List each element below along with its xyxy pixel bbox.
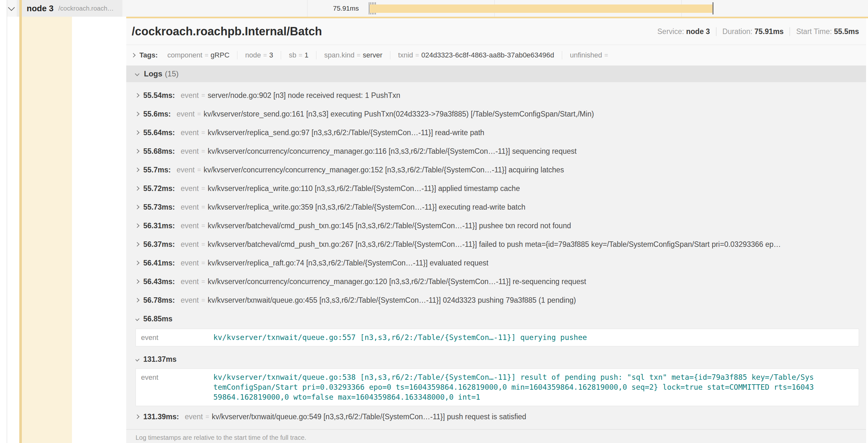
log-timestamp: 56.78ms: — [143, 296, 175, 305]
log-entry-collapsed[interactable]: 55.54ms:event=server/node.go:902 [n3] no… — [135, 86, 859, 105]
log-message: kv/kvserver/replica_send.go:97 [n3,s3,r6… — [208, 128, 484, 137]
log-entry-collapsed[interactable]: 56.43ms:event=kv/kvserver/concurrency/co… — [135, 272, 859, 291]
log-message: kv/kvserver/replica_write.go:110 [n3,s3,… — [208, 184, 520, 193]
log-timestamp: 56.41ms: — [143, 259, 175, 267]
logs-label: Logs — [144, 69, 162, 78]
tag-node: node=3 — [238, 51, 281, 59]
tags-section-toggle[interactable]: Tags: component=gRPCnode=3sb=1span.kind=… — [126, 45, 866, 66]
log-field-key: event — [141, 372, 213, 382]
log-timestamp: 55.72ms: — [143, 184, 175, 193]
span-meta: Service: node 3 Duration: 75.91ms Start … — [657, 27, 859, 36]
span-duration-bar[interactable] — [370, 4, 713, 13]
log-field-key: event — [181, 259, 198, 267]
log-detail-card: eventkv/kvserver/txnwait/queue.go:538 [n… — [135, 369, 859, 406]
log-field-key: event — [141, 333, 213, 343]
log-message: kv/kvserver/replica_raft.go:74 [n3,s3,r6… — [208, 259, 488, 267]
log-message: kv/kvserver/replica_write.go:359 [n3,s3,… — [208, 203, 525, 211]
log-timestamp: 56.37ms: — [143, 240, 175, 249]
log-timestamp: 55.6ms: — [143, 110, 171, 118]
log-entry-collapsed[interactable]: 131.39ms:event=kv/kvserver/txnwait/queue… — [135, 407, 859, 426]
log-timestamp: 131.37ms — [143, 355, 177, 364]
chevron-right-icon — [135, 130, 140, 135]
log-field-value: kv/kvserver/txnwait/queue.go:538 [n3,s3,… — [213, 372, 816, 402]
logs-footer-note: Log timestamps are relative to the start… — [126, 429, 866, 443]
chevron-down-icon — [135, 316, 140, 321]
chevron-right-icon — [135, 168, 140, 172]
tag-span.kind: span.kind=server — [316, 51, 390, 59]
log-timestamp: 55.54ms: — [143, 91, 175, 100]
chevron-right-icon — [135, 224, 140, 228]
span-end-tick — [713, 2, 713, 14]
span-name-cell[interactable]: node 3 /cockroach.roach… — [17, 0, 122, 17]
log-field-key: event — [177, 110, 195, 118]
log-field-key: event — [181, 184, 198, 193]
chevron-right-icon — [131, 53, 135, 58]
log-entry-collapsed[interactable]: 55.68ms:event=kv/kvserver/concurrency/co… — [135, 142, 859, 161]
log-field-key: event — [181, 128, 198, 137]
meta-duration: Duration: 75.91ms — [716, 27, 784, 36]
chevron-right-icon — [135, 205, 140, 209]
span-detail-header: /cockroach.roachpb.Internal/Batch Servic… — [126, 18, 866, 45]
log-entry-expanded-toggle[interactable]: 56.85ms — [135, 309, 859, 328]
log-entry-collapsed[interactable]: 56.37ms:event=kv/kvserver/batcheval/cmd_… — [135, 235, 859, 253]
log-entries: 55.54ms:event=server/node.go:902 [n3] no… — [135, 86, 859, 426]
logs-section-toggle[interactable]: Logs (15) — [126, 66, 866, 82]
log-message: kv/kvserver/batcheval/cmd_push_txn.go:14… — [208, 222, 571, 230]
span-operation-name: /cockroach.roach… — [59, 5, 114, 12]
log-entry-collapsed[interactable]: 56.41ms:event=kv/kvserver/replica_raft.g… — [135, 253, 859, 272]
chevron-down-icon — [135, 72, 140, 76]
logs-body: 55.54ms:event=server/node.go:902 [n3] no… — [126, 82, 866, 443]
log-timestamp: 55.68ms: — [143, 147, 175, 156]
span-duration-label: 75.91ms — [307, 0, 359, 17]
span-color-band — [19, 0, 22, 443]
log-message: kv/kvserver/txnwait/queue.go:549 [n3,s3,… — [212, 412, 526, 421]
tag-unfinished: unfinished= — [562, 51, 618, 59]
log-entry-collapsed[interactable]: 56.31ms:event=kv/kvserver/batcheval/cmd_… — [135, 216, 859, 235]
log-message: kv/kvserver/concurrency/concurrency_mana… — [208, 277, 586, 286]
log-message: kv/kvserver/store_send.go:161 [n3,s3] ex… — [204, 110, 594, 118]
log-field-value: kv/kvserver/txnwait/queue.go:557 [n3,s3,… — [213, 333, 587, 343]
span-detail-panel: /cockroach.roachpb.Internal/Batch Servic… — [126, 18, 866, 443]
meta-start-time: Start Time: 55.5ms — [789, 27, 859, 36]
tags-list: component=gRPCnode=3sb=1span.kind=server… — [160, 51, 618, 59]
log-timestamp: 56.43ms: — [143, 277, 175, 286]
tag-txnid: txnid=024d3323-6c8f-4863-aa8b-37ab0e6349… — [390, 51, 562, 59]
chevron-down-icon — [135, 357, 140, 362]
tag-component: component=gRPC — [160, 51, 238, 59]
chevron-right-icon — [135, 112, 140, 116]
log-message: kv/kvserver/txnwait/queue.go:455 [n3,s3,… — [208, 296, 576, 305]
log-field-key: event — [181, 296, 198, 305]
log-timestamp: 55.7ms: — [143, 166, 171, 174]
log-entry-collapsed[interactable]: 56.78ms:event=kv/kvserver/txnwait/queue.… — [135, 291, 859, 309]
tag-sb: sb=1 — [281, 51, 316, 59]
collapse-trace-button[interactable] — [9, 5, 16, 11]
log-entry-collapsed[interactable]: 55.64ms:event=kv/kvserver/replica_send.g… — [135, 123, 859, 142]
span-operation-title: /cockroach.roachpb.Internal/Batch — [132, 25, 657, 38]
log-timestamp: 131.39ms: — [143, 412, 179, 421]
span-indent-column — [19, 17, 72, 443]
log-entry-expanded-toggle[interactable]: 131.37ms — [135, 350, 859, 369]
log-timestamp: 56.31ms: — [143, 222, 175, 230]
log-timestamp: 55.73ms: — [143, 203, 175, 211]
log-timestamp: 55.64ms: — [143, 128, 175, 137]
log-message: server/node.go:902 [n3] node received re… — [208, 91, 400, 100]
left-gutter — [0, 0, 7, 443]
meta-service: Service: node 3 — [657, 27, 710, 36]
span-service-name: node 3 — [27, 3, 54, 13]
log-field-key: event — [181, 147, 198, 156]
log-entry-collapsed[interactable]: 55.6ms:event=kv/kvserver/store_send.go:1… — [135, 105, 859, 123]
log-message: kv/kvserver/concurrency/concurrency_mana… — [208, 147, 576, 156]
chevron-right-icon — [135, 298, 140, 302]
chevron-right-icon — [135, 93, 140, 98]
log-message: kv/kvserver/concurrency/concurrency_mana… — [204, 166, 564, 174]
log-field-key: event — [181, 240, 198, 249]
log-timestamp: 56.85ms — [143, 315, 173, 323]
trace-timeline-row: node 3 /cockroach.roach… 75.91ms — [0, 0, 868, 17]
log-entry-collapsed[interactable]: 55.7ms:event=kv/kvserver/concurrency/con… — [135, 161, 859, 179]
log-entry-collapsed[interactable]: 55.72ms:event=kv/kvserver/replica_write.… — [135, 179, 859, 198]
log-detail-card: eventkv/kvserver/txnwait/queue.go:557 [n… — [135, 329, 859, 346]
log-field-key: event — [181, 277, 198, 286]
log-message: kv/kvserver/batcheval/cmd_push_txn.go:26… — [208, 240, 781, 249]
chevron-right-icon — [135, 261, 140, 265]
log-entry-collapsed[interactable]: 55.73ms:event=kv/kvserver/replica_write.… — [135, 198, 859, 216]
